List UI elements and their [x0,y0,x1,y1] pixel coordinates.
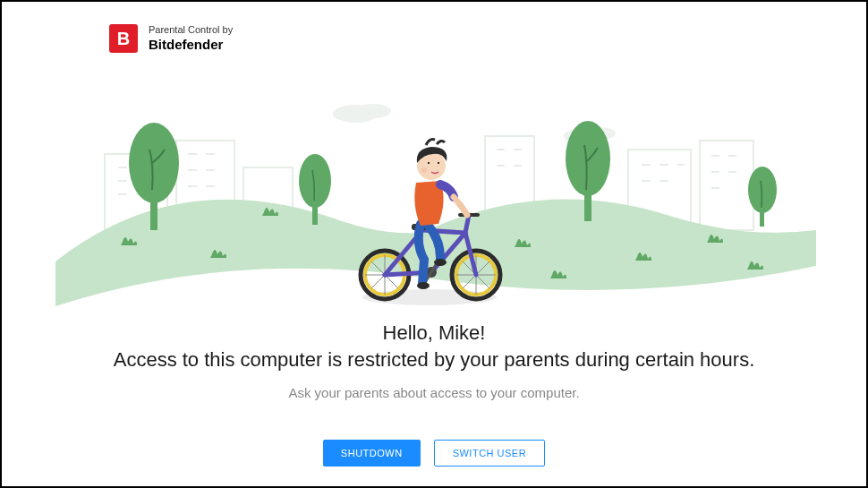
header-text: Parental Control by Bitdefender [149,24,233,52]
message-area: Hello, Mike! Access to this computer is … [2,320,866,400]
header-subtitle: Parental Control by [149,24,233,36]
restriction-text: Access to this computer is restricted by… [55,347,813,373]
action-buttons: SHUTDOWN SWITCH USER [2,440,866,467]
shutdown-button[interactable]: SHUTDOWN [323,440,421,467]
instruction-text: Ask your parents about access to your co… [55,385,813,400]
svg-rect-45 [760,210,764,227]
header-brand: Bitdefender [149,37,233,53]
svg-point-42 [566,121,610,196]
svg-rect-41 [312,205,318,225]
svg-point-40 [299,154,331,208]
svg-point-1 [355,104,391,118]
app-header: B Parental Control by Bitdefender [2,2,866,53]
svg-point-71 [434,259,447,266]
svg-rect-39 [150,199,157,230]
svg-rect-32 [700,141,753,230]
switch-user-button[interactable]: SWITCH USER [434,440,546,467]
svg-point-70 [417,282,430,289]
svg-point-44 [748,167,777,213]
greeting-text: Hello, Mike! [55,320,813,347]
svg-point-38 [129,123,179,203]
svg-point-75 [421,167,427,173]
brand-logo-icon: B [109,24,138,53]
svg-rect-43 [584,193,591,221]
park-illustration [2,100,866,306]
